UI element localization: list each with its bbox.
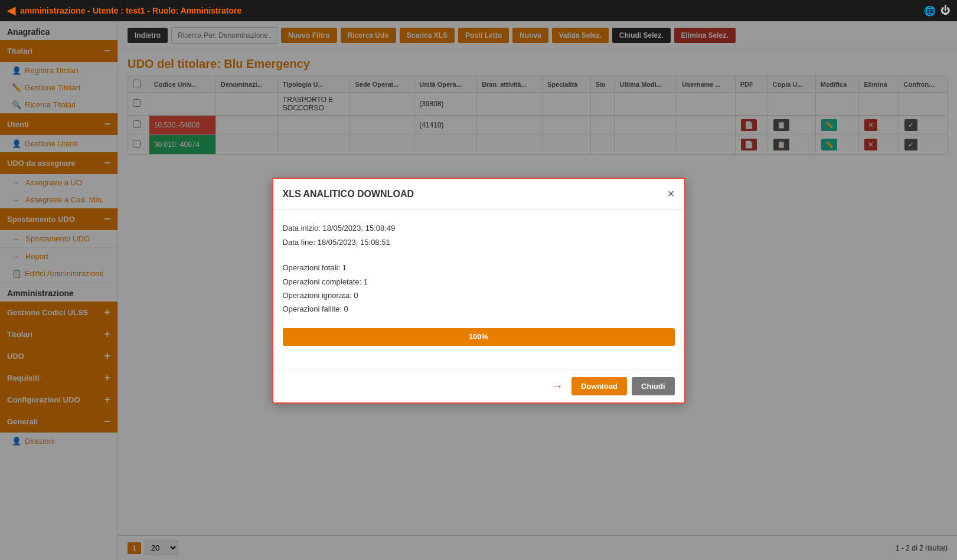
modal-stats: Operazioni totali: 1 Operazioni completa… — [283, 261, 675, 316]
modal-close-button[interactable]: × — [668, 187, 675, 201]
top-bar-icons: 🌐 ⏻ — [924, 5, 950, 17]
data-inizio: Data inizio: 18/05/2023, 15:08:49 — [283, 221, 675, 235]
progress-bar-wrap: 100% — [283, 328, 675, 346]
arrow-indicator-icon: → — [551, 379, 563, 393]
modal-body: Data inizio: 18/05/2023, 15:08:49 Data f… — [273, 209, 684, 369]
modal-footer: → Download Chiudi — [273, 369, 684, 402]
modal-header: XLS ANALITICO DOWNLOAD × — [273, 179, 684, 209]
modal-info: Data inizio: 18/05/2023, 15:08:49 Data f… — [283, 221, 675, 249]
download-button[interactable]: Download — [571, 377, 627, 395]
menu-toggle-icon[interactable]: ◀ — [7, 4, 15, 17]
op-completate: Operazioni completate: 1 — [283, 275, 675, 289]
modal-overlay: XLS ANALITICO DOWNLOAD × Data inizio: 18… — [0, 21, 957, 560]
modal-title: XLS ANALITICO DOWNLOAD — [283, 189, 414, 199]
op-totali: Operazioni totali: 1 — [283, 261, 675, 274]
op-ignorata: Operazioni ignorata: 0 — [283, 289, 675, 302]
globe-icon[interactable]: 🌐 — [924, 5, 936, 17]
top-bar: ◀ amministrazione - Utente : test1 - Ruo… — [0, 0, 957, 21]
app-title: amministrazione - Utente : test1 - Ruolo… — [20, 6, 241, 15]
xls-download-modal: XLS ANALITICO DOWNLOAD × Data inizio: 18… — [272, 178, 685, 403]
data-fine: Data fine: 18/05/2023, 15:08:51 — [283, 235, 675, 249]
progress-bar-fill: 100% — [283, 328, 675, 346]
op-fallite: Operazioni fallite: 0 — [283, 302, 675, 316]
chiudi-button[interactable]: Chiudi — [632, 377, 674, 395]
power-icon[interactable]: ⏻ — [940, 5, 950, 17]
top-bar-left: ◀ amministrazione - Utente : test1 - Ruo… — [7, 4, 241, 17]
